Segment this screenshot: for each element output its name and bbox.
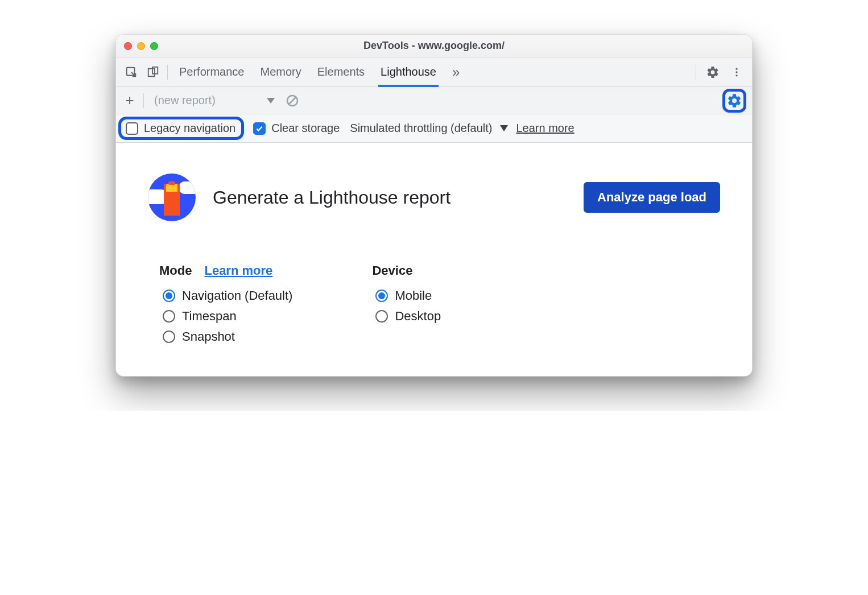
chevron-down-icon [267, 98, 275, 104]
svg-rect-1 [148, 68, 155, 76]
analyze-page-load-button[interactable]: Analyze page load [584, 182, 720, 213]
device-option-mobile[interactable]: Mobile [375, 288, 441, 303]
lighthouse-settings-icon[interactable] [726, 93, 742, 109]
mode-option-label: Snapshot [182, 329, 235, 344]
clear-icon[interactable] [282, 90, 303, 111]
report-placeholder: (new report) [154, 94, 216, 107]
mode-option-timespan[interactable]: Timespan [163, 309, 292, 324]
window-controls [124, 42, 158, 50]
divider [167, 65, 168, 80]
tab-performance[interactable]: Performance [179, 57, 245, 86]
learn-more-link[interactable]: Learn more [516, 122, 574, 135]
legacy-navigation-label: Legacy navigation [144, 122, 235, 135]
radio-icon [375, 290, 388, 302]
tab-lighthouse[interactable]: Lighthouse [381, 57, 436, 86]
report-select[interactable]: (new report) [151, 94, 278, 107]
kebab-menu-icon[interactable] [726, 61, 747, 83]
tab-elements[interactable]: Elements [317, 57, 365, 86]
mode-option-snapshot[interactable]: Snapshot [163, 329, 292, 344]
lighthouse-logo-icon [148, 173, 196, 221]
chevron-down-icon [500, 125, 508, 131]
minimize-window-icon[interactable] [137, 42, 145, 50]
titlebar: DevTools - www.google.com/ [116, 35, 752, 57]
radio-icon [163, 290, 175, 302]
lighthouse-settings-highlight [722, 89, 746, 113]
device-title: Device [372, 263, 412, 278]
panel-title: Generate a Lighthouse report [213, 187, 567, 208]
more-tabs-icon[interactable]: » [452, 57, 460, 86]
main-toolbar: Performance Memory Elements Lighthouse » [116, 57, 752, 87]
radio-icon [375, 310, 388, 323]
mode-learn-more-link[interactable]: Learn more [204, 263, 272, 278]
mode-option-label: Timespan [182, 309, 237, 324]
lighthouse-options-bar: Legacy navigation Clear storage Simulate… [116, 114, 752, 143]
device-option-label: Desktop [395, 309, 441, 324]
svg-line-7 [289, 97, 296, 104]
svg-point-4 [735, 71, 737, 73]
new-report-icon[interactable]: + [119, 92, 140, 109]
device-option-label: Mobile [395, 288, 432, 303]
device-option-desktop[interactable]: Desktop [375, 309, 441, 324]
mode-group: Mode Learn more Navigation (Default) Tim… [159, 263, 292, 349]
radio-icon [163, 330, 175, 343]
close-window-icon[interactable] [124, 42, 132, 50]
svg-point-5 [735, 75, 737, 76]
throttling-label: Simulated throttling (default) [350, 122, 492, 135]
devtools-window: DevTools - www.google.com/ Performance M… [115, 34, 753, 377]
device-group: Device Mobile Desktop [372, 263, 441, 349]
device-toggle-icon[interactable] [142, 61, 164, 83]
clear-storage-label: Clear storage [271, 122, 340, 135]
legacy-navigation-checkbox[interactable] [126, 122, 138, 135]
window-title: DevTools - www.google.com/ [116, 40, 752, 52]
mode-option-label: Navigation (Default) [182, 288, 292, 303]
zoom-window-icon[interactable] [150, 42, 158, 50]
legacy-navigation-highlight: Legacy navigation [118, 117, 244, 140]
throttling-select[interactable]: Simulated throttling (default) [350, 122, 508, 135]
mode-option-navigation[interactable]: Navigation (Default) [163, 288, 292, 303]
clear-storage-checkbox[interactable] [253, 122, 266, 135]
tab-memory[interactable]: Memory [261, 57, 301, 86]
lighthouse-panel: Generate a Lighthouse report Analyze pag… [116, 143, 752, 376]
svg-rect-2 [152, 67, 158, 73]
radio-icon [163, 310, 175, 323]
panel-tabs: Performance Memory Elements Lighthouse » [179, 57, 460, 86]
divider [696, 65, 696, 80]
mode-title: Mode [159, 263, 192, 278]
svg-point-3 [735, 68, 737, 69]
divider [143, 93, 144, 108]
report-toolbar: + (new report) [116, 87, 752, 114]
inspect-element-icon[interactable] [121, 61, 142, 83]
settings-gear-icon[interactable] [702, 61, 724, 83]
